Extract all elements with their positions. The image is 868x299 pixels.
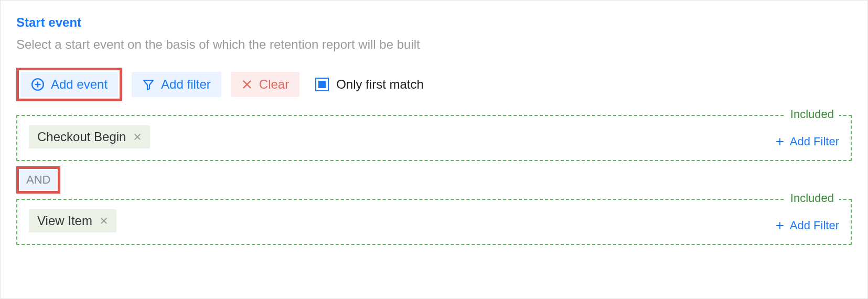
section-title: Start event [16, 15, 852, 30]
group-add-filter-label: Add Filter [790, 219, 839, 232]
add-filter-label: Add filter [161, 77, 211, 92]
section-description: Select a start event on the basis of whi… [16, 37, 852, 52]
plus-icon [775, 221, 785, 230]
close-icon [241, 79, 253, 90]
svg-marker-3 [144, 80, 153, 90]
add-event-button[interactable]: Add event [20, 72, 118, 97]
plus-icon [775, 137, 785, 146]
add-filter-button[interactable]: Add filter [132, 72, 221, 97]
remove-chip-icon[interactable] [100, 217, 108, 225]
group-add-filter-button[interactable]: Add Filter [775, 219, 839, 232]
operator-highlight: AND [16, 166, 60, 194]
only-first-match-checkbox[interactable]: Only first match [315, 77, 424, 92]
operator-toggle[interactable]: AND [20, 170, 57, 190]
start-event-panel: Start event Select a start event on the … [0, 0, 868, 299]
filter-icon [142, 78, 155, 91]
add-event-highlight: Add event [16, 68, 122, 101]
only-first-match-label: Only first match [336, 77, 424, 92]
event-group: Included View Item Add Fil [16, 199, 852, 245]
event-chip-label: View Item [37, 213, 92, 228]
clear-label: Clear [259, 77, 289, 92]
group-add-filter-button[interactable]: Add Filter [775, 135, 839, 148]
event-chip[interactable]: Checkout Begin [29, 125, 150, 148]
remove-chip-icon[interactable] [133, 133, 142, 141]
event-chip[interactable]: View Item [29, 209, 116, 232]
group-legend: Included [785, 191, 839, 205]
toolbar: Add event Add filter Clear [16, 68, 852, 101]
plus-circle-icon [31, 78, 45, 91]
event-group: Included Checkout Begin Ad [16, 115, 852, 161]
checkbox-icon [315, 78, 329, 91]
clear-button[interactable]: Clear [231, 72, 299, 97]
event-chip-label: Checkout Begin [37, 130, 126, 144]
add-event-label: Add event [51, 77, 108, 92]
group-add-filter-label: Add Filter [790, 135, 839, 148]
group-legend: Included [785, 108, 839, 121]
